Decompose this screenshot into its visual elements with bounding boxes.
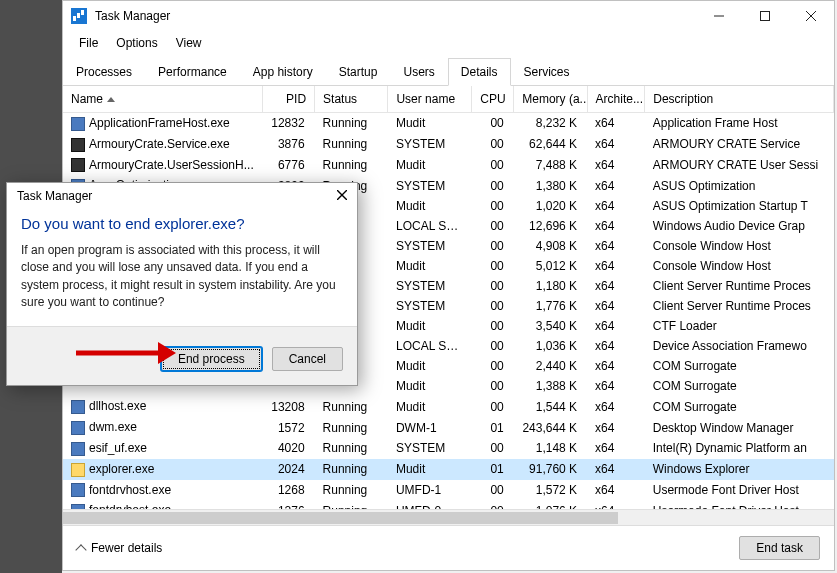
- end-process-button[interactable]: End process: [161, 347, 262, 371]
- titlebar[interactable]: Task Manager: [63, 1, 834, 31]
- cancel-button[interactable]: Cancel: [272, 347, 343, 371]
- close-button[interactable]: [788, 1, 834, 31]
- menu-options[interactable]: Options: [108, 33, 165, 53]
- dialog-close-button[interactable]: [337, 189, 347, 203]
- process-icon: [71, 421, 85, 435]
- tab-details[interactable]: Details: [448, 58, 511, 86]
- tab-processes[interactable]: Processes: [63, 58, 145, 86]
- tab-services[interactable]: Services: [511, 58, 583, 86]
- process-icon: [71, 138, 85, 152]
- horizontal-scrollbar[interactable]: [63, 509, 834, 525]
- minimize-button[interactable]: [696, 1, 742, 31]
- end-task-button[interactable]: End task: [739, 536, 820, 560]
- fewer-details-label: Fewer details: [91, 541, 162, 555]
- table-row[interactable]: ArmouryCrate.Service.exe3876RunningSYSTE…: [63, 134, 834, 155]
- process-icon: [71, 158, 85, 172]
- tabs: ProcessesPerformanceApp historyStartupUs…: [63, 57, 834, 86]
- menu-file[interactable]: File: [71, 33, 106, 53]
- column-user-name[interactable]: User name: [388, 86, 472, 113]
- table-row[interactable]: ArmouryCrate.UserSessionH...6776RunningM…: [63, 155, 834, 176]
- process-icon: [71, 400, 85, 414]
- dialog-title: Task Manager: [17, 189, 92, 203]
- table-row[interactable]: esif_uf.exe4020RunningSYSTEM001,148 Kx64…: [63, 438, 834, 459]
- process-icon: [71, 442, 85, 456]
- table-row[interactable]: dwm.exe1572RunningDWM-101243,644 Kx64Des…: [63, 417, 834, 438]
- column-description[interactable]: Description: [645, 86, 834, 113]
- maximize-button[interactable]: [742, 1, 788, 31]
- confirm-dialog: Task Manager Do you want to end explorer…: [6, 182, 358, 386]
- process-icon: [71, 117, 85, 131]
- column-name[interactable]: Name: [63, 86, 262, 113]
- menubar: File Options View: [63, 31, 834, 55]
- fewer-details-toggle[interactable]: Fewer details: [77, 541, 162, 555]
- tab-app-history[interactable]: App history: [240, 58, 326, 86]
- table-row[interactable]: fontdrvhost.exe1268RunningUMFD-1001,572 …: [63, 480, 834, 501]
- tab-performance[interactable]: Performance: [145, 58, 240, 86]
- dialog-heading: Do you want to end explorer.exe?: [7, 209, 357, 242]
- table-row[interactable]: explorer.exe2024RunningMudit0191,760 Kx6…: [63, 459, 834, 480]
- table-header-row[interactable]: NamePIDStatusUser nameCPUMemory (a...Arc…: [63, 86, 834, 113]
- svg-rect-0: [761, 12, 770, 21]
- column-cpu[interactable]: CPU: [472, 86, 514, 113]
- dialog-body: If an open program is associated with th…: [7, 242, 357, 316]
- column-status[interactable]: Status: [315, 86, 388, 113]
- app-icon: [71, 8, 87, 24]
- chevron-up-icon: [75, 544, 86, 555]
- window-title: Task Manager: [95, 9, 170, 23]
- tab-startup[interactable]: Startup: [326, 58, 391, 86]
- menu-view[interactable]: View: [168, 33, 210, 53]
- process-icon: [71, 483, 85, 497]
- process-icon: [71, 463, 85, 477]
- table-row[interactable]: fontdrvhost.exe1276RunningUMFD-0001,076 …: [63, 500, 834, 509]
- column-archite-[interactable]: Archite...: [587, 86, 645, 113]
- footer: Fewer details End task: [63, 525, 834, 570]
- column-pid[interactable]: PID: [262, 86, 314, 113]
- table-row[interactable]: dllhost.exe13208RunningMudit001,544 Kx64…: [63, 396, 834, 417]
- tab-users[interactable]: Users: [390, 58, 447, 86]
- column-memory-a-[interactable]: Memory (a...: [514, 86, 587, 113]
- table-row[interactable]: ApplicationFrameHost.exe12832RunningMudi…: [63, 113, 834, 134]
